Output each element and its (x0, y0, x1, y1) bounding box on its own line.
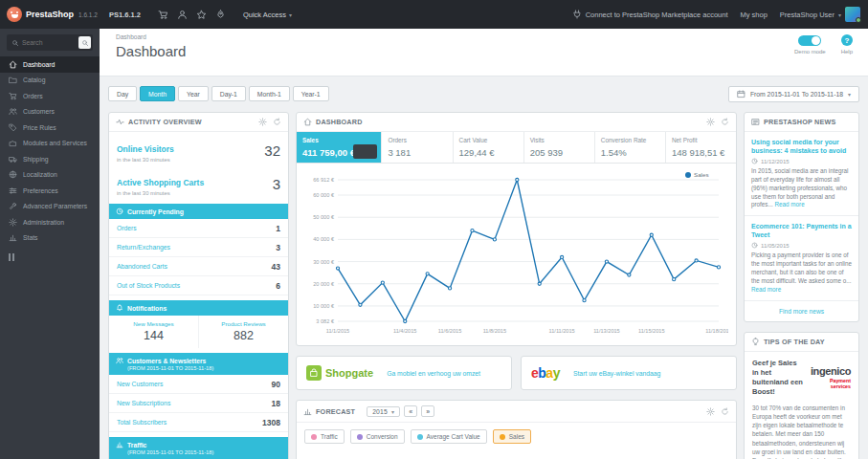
row-label[interactable]: New Subscriptions (117, 400, 170, 406)
refresh-icon[interactable] (273, 118, 281, 126)
active-carts-link[interactable]: Active Shopping Carts (117, 178, 204, 187)
svg-text:Sales: Sales (694, 171, 708, 178)
sidebar-collapse-button[interactable] (9, 253, 100, 261)
forecast-legend-sales[interactable]: Sales (493, 429, 531, 444)
star-icon[interactable] (196, 10, 207, 20)
forecast-legend-average-cart-value[interactable]: Average Cart Value (411, 429, 487, 444)
forecast-panel-title: FORECAST (316, 407, 355, 416)
refresh-icon[interactable] (721, 407, 729, 416)
notification-product-reviews[interactable]: Product Reviews882 (199, 316, 288, 348)
shop-name[interactable]: PS1.6.1.2 (100, 11, 150, 19)
user-menu[interactable]: PrestaShop User ▾ (780, 7, 860, 22)
activity-icon (116, 118, 124, 126)
breadcrumb[interactable]: Dashboard (116, 33, 868, 40)
chevron-down-icon: ▾ (289, 11, 292, 18)
quick-access-dropdown[interactable]: Quick Access ▾ (234, 11, 301, 19)
news-headline[interactable]: Ecommerce 101: Payments in a Tweet (751, 222, 852, 239)
sidebar-item-stats[interactable]: Stats (0, 230, 100, 247)
row-label[interactable]: Out of Stock Products (117, 282, 180, 289)
kpi-tab-conversion-rate[interactable]: Conversion Rate1.54% (595, 132, 666, 163)
kpi-tab-visits[interactable]: Visits205 939 (524, 132, 595, 163)
online-visitors-stat[interactable]: Online Visitors in the last 30 minutes 3… (109, 132, 288, 165)
person-icon[interactable] (177, 10, 188, 20)
sidebar-item-advanced-parameters[interactable]: Advanced Parameters (0, 199, 100, 215)
gear-icon[interactable] (706, 407, 715, 416)
filter-button-day[interactable]: Day (108, 86, 137, 101)
rocket-icon[interactable] (215, 10, 226, 20)
row-label[interactable]: Return/Exchanges (117, 244, 170, 251)
sidebar-item-administration[interactable]: Administration (0, 214, 100, 230)
pending-row-orders[interactable]: Orders1 (109, 219, 288, 238)
globe-icon (9, 170, 17, 179)
read-more-link[interactable]: Read more (775, 201, 805, 208)
row-label[interactable]: Orders (117, 225, 137, 231)
marketplace-link[interactable]: Connect to PrestaShop Marketplace accoun… (572, 10, 728, 19)
customers-row-total-subscribers[interactable]: Total Subscribers1308 (109, 413, 288, 432)
kpi-value: 129,44 € (459, 147, 518, 158)
row-label[interactable]: Total Subscribers (117, 419, 167, 426)
shopgate-link[interactable]: Ga mobiel en verhoog uw omzet (387, 370, 480, 377)
sidebar-item-shipping[interactable]: Shipping (0, 151, 100, 167)
tips-of-the-day-panel: TIPS OF THE DAY Geef je Sales in het bui… (744, 332, 859, 459)
news-list: Using social media for your business: 4 … (745, 132, 858, 301)
notification-new-messages[interactable]: New Messages144 (109, 316, 199, 348)
pending-row-abandoned-carts[interactable]: Abandoned Carts43 (109, 257, 288, 276)
filter-button-month-1[interactable]: Month-1 (249, 86, 290, 101)
main-content: Dashboard Dashboard Demo mode ? Help Day… (100, 29, 868, 459)
sidebar-item-customers[interactable]: Customers (0, 104, 100, 120)
year-select[interactable]: 2015▾ (367, 406, 400, 417)
search-button[interactable] (78, 36, 91, 49)
sidebar-item-price-rules[interactable]: Price Rules (0, 120, 100, 136)
calendar-icon (737, 90, 746, 98)
ebay-banner[interactable]: ebay Start uw eBay-winkel vandaag (521, 356, 737, 390)
kpi-tab-sales[interactable]: Sales411 759,00 € (297, 132, 382, 163)
sidebar-item-localization[interactable]: Localization (0, 167, 100, 184)
kpi-value: 1.54% (601, 147, 659, 158)
filter-button-year-1[interactable]: Year-1 (293, 86, 329, 101)
sidebar-item-dashboard[interactable]: Dashboard (0, 56, 100, 73)
search-input[interactable] (22, 39, 76, 46)
sidebar-item-preferences[interactable]: Preferences (0, 183, 100, 199)
date-range-picker[interactable]: From 2015-11-01 To 2015-11-18 ▾ (728, 86, 859, 102)
kpi-value: 148 918,51 € (672, 147, 730, 158)
ebay-link[interactable]: Start uw eBay-winkel vandaag (573, 370, 660, 377)
customers-row-new-customers[interactable]: New Customers90 (109, 375, 288, 394)
forecast-legend-conversion[interactable]: Conversion (350, 429, 405, 444)
filter-button-year[interactable]: Year (178, 86, 209, 101)
gear-icon[interactable] (258, 118, 267, 126)
sidebar-item-catalog[interactable]: Catalog (0, 73, 100, 89)
prestashop-logo[interactable]: PrestaShop 1.6.1.2 (0, 7, 100, 22)
read-more-link[interactable]: Read more (751, 286, 781, 293)
pending-row-return-exchanges[interactable]: Return/Exchanges3 (109, 238, 288, 257)
kpi-tab-orders[interactable]: Orders3 181 (382, 132, 453, 163)
chevron-down-icon: ▾ (391, 408, 394, 415)
kpi-tab-net-profit[interactable]: Net Profit148 918,51 € (666, 132, 736, 163)
row-label[interactable]: New Customers (117, 381, 163, 387)
news-headline[interactable]: Using social media for your business: 4 … (751, 138, 852, 155)
shopgate-banner[interactable]: Shopgate Ga mobiel en verhoog uw omzet (296, 356, 512, 390)
row-label[interactable]: Abandoned Carts (117, 263, 167, 270)
online-visitors-link[interactable]: Online Visitors (117, 144, 174, 154)
prev-year-button[interactable]: « (404, 405, 417, 417)
kpi-tab-cart-value[interactable]: Cart Value129,44 € (454, 132, 524, 163)
help-button[interactable]: ? (841, 34, 853, 46)
pending-row-out-of-stock-products[interactable]: Out of Stock Products6 (109, 276, 288, 295)
news-date-text: 11/12/2015 (761, 159, 790, 164)
refresh-icon[interactable] (721, 118, 729, 126)
filter-button-day-1[interactable]: Day-1 (211, 86, 246, 101)
page-title: Dashboard (116, 43, 868, 59)
cart-icon[interactable] (158, 10, 168, 20)
demo-mode-toggle[interactable] (798, 35, 821, 46)
find-more-news-link[interactable]: Find more news (745, 301, 858, 321)
my-shop-link[interactable]: My shop (741, 11, 768, 19)
filter-button-month[interactable]: Month (140, 86, 175, 101)
sidebar-item-orders[interactable]: Orders (0, 88, 100, 104)
forecast-legend-traffic[interactable]: Traffic (304, 429, 345, 444)
row-value: 1 (276, 224, 280, 233)
next-year-button[interactable]: » (421, 405, 434, 417)
gear-icon[interactable] (706, 118, 715, 126)
sidebar-item-modules-and-services[interactable]: Modules and Services (0, 136, 100, 152)
customers-row-new-subscriptions[interactable]: New Subscriptions18 (109, 394, 288, 413)
active-carts-value: 3 (273, 176, 280, 192)
active-carts-stat[interactable]: Active Shopping Carts in the last 30 min… (109, 165, 288, 199)
